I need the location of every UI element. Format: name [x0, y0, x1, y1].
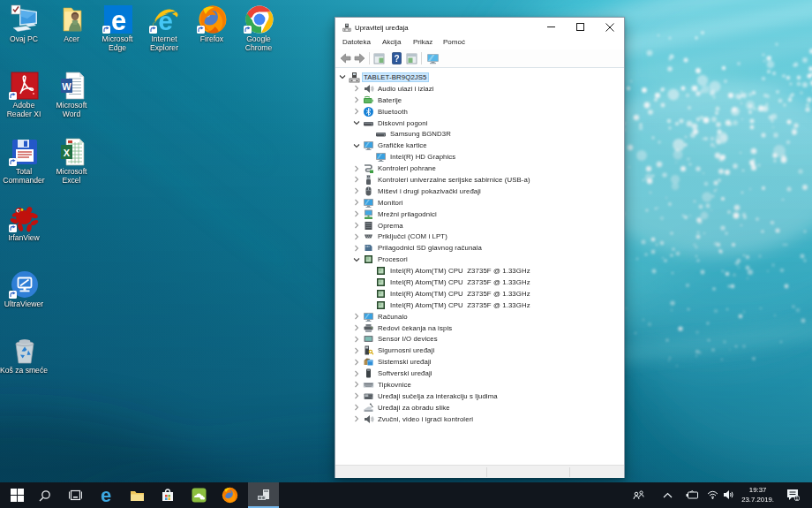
svg-text:e: e	[158, 6, 173, 34]
svg-text:X: X	[64, 148, 71, 158]
svg-text:1: 1	[796, 496, 799, 501]
svg-text:W: W	[62, 81, 71, 92]
svg-text:e: e	[111, 5, 126, 35]
svg-text:e: e	[101, 486, 111, 505]
svg-text:?: ?	[394, 54, 399, 64]
